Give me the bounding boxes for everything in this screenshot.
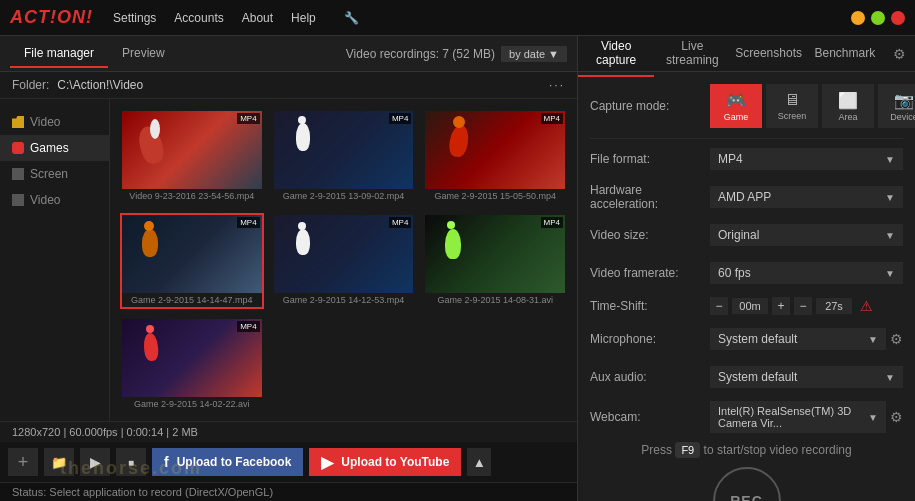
webcam-label: Webcam: [590, 410, 710, 424]
capture-device-button[interactable]: 📷 Device [878, 84, 915, 128]
timeshift-alert-icon[interactable]: ⚠ [860, 298, 873, 314]
webcam-dropdown[interactable]: Intel(R) RealSense(TM) 3D Camera Vir... … [710, 401, 886, 433]
microphone-dropdown[interactable]: System default ▼ [710, 328, 886, 350]
tab-screenshots[interactable]: Screenshots [731, 38, 807, 70]
video-framerate-row: Video framerate: 60 fps ▼ [590, 259, 903, 287]
webcam-value: Intel(R) RealSense(TM) 3D Camera Vir... [718, 405, 868, 429]
video-thumb-1[interactable]: MP4 Game 2-9-2015 13-09-02.mp4 [272, 109, 416, 205]
microphone-row: Microphone: System default ▼ ⚙ [590, 325, 903, 353]
thumb-caption-1: Game 2-9-2015 13-09-02.mp4 [274, 189, 414, 203]
thumb-caption-6: Game 2-9-2015 14-02-22.avi [122, 397, 262, 411]
tab-benchmark[interactable]: Benchmark [807, 38, 883, 70]
timeshift-val1: 00m [732, 298, 768, 314]
video-thumb-5[interactable]: MP4 Game 2-9-2015 14-08-31.avi [423, 213, 567, 309]
menu-about[interactable]: About [242, 11, 273, 25]
upload-fb-label: Upload to Facebook [177, 455, 292, 469]
sort-arrow-icon: ▼ [548, 48, 559, 60]
upload-more-button[interactable]: ▲ [467, 448, 491, 476]
thumb-format-5: MP4 [541, 217, 563, 228]
video-thumb-6[interactable]: MP4 Game 2-9-2015 14-02-22.avi [120, 317, 264, 413]
thumb-format-2: MP4 [541, 113, 563, 124]
file-format-label: File format: [590, 152, 710, 166]
close-button[interactable]: × [891, 11, 905, 25]
play-button[interactable]: ▶ [80, 448, 110, 476]
tab-file-manager[interactable]: File manager [10, 40, 108, 68]
thumb-format-1: MP4 [389, 113, 411, 124]
video-thumb-0[interactable]: MP4 Video 9-23-2016 23-54-56.mp4 [120, 109, 264, 205]
file-format-value: MP4 [718, 152, 743, 166]
menu-settings[interactable]: Settings [113, 11, 156, 25]
wrench-icon[interactable]: 🔧 [344, 11, 359, 25]
capture-mode-row: Capture mode: 🎮 Game 🖥 Screen ⬜ Area [590, 84, 903, 128]
file-format-dropdown[interactable]: MP4 ▼ [710, 148, 903, 170]
capture-game-button[interactable]: 🎮 Game [710, 84, 762, 128]
rec-button[interactable]: REC [713, 467, 781, 501]
capture-mode-buttons: 🎮 Game 🖥 Screen ⬜ Area 📷 Device [710, 84, 915, 128]
sidebar-item-games[interactable]: Games [0, 135, 109, 161]
tab-live-streaming[interactable]: Live streaming [654, 31, 730, 77]
add-button[interactable]: + [8, 448, 38, 476]
stop-button[interactable]: ■ [116, 448, 146, 476]
thumb-format-6: MP4 [237, 321, 259, 332]
rec-area: Press F9 to start/stop video recording R… [590, 443, 903, 501]
video-grid: MP4 Video 9-23-2016 23-54-56.mp4 MP4 Gam… [110, 99, 577, 421]
screen-icon [12, 168, 24, 180]
minimize-button[interactable]: – [851, 11, 865, 25]
logo-on: ON [57, 7, 86, 27]
webcam-arrow-icon: ▼ [868, 412, 878, 423]
hw-accel-label: Hardware acceleration: [590, 183, 710, 211]
tab-preview[interactable]: Preview [108, 40, 179, 68]
timeshift-minus1-button[interactable]: − [710, 297, 728, 315]
video-size-label: Video size: [590, 228, 710, 242]
timeshift-plus-button[interactable]: + [772, 297, 790, 315]
menu-help[interactable]: Help [291, 11, 316, 25]
video-size-dropdown[interactable]: Original ▼ [710, 224, 903, 246]
microphone-settings-icon[interactable]: ⚙ [890, 331, 903, 347]
thumb-caption-0: Video 9-23-2016 23-54-56.mp4 [122, 189, 262, 203]
capture-area-label: Area [838, 112, 857, 122]
capture-area-button[interactable]: ⬜ Area [822, 84, 874, 128]
folder-label: Folder: [12, 78, 49, 92]
menu-accounts[interactable]: Accounts [174, 11, 223, 25]
sidebar-item-screen[interactable]: Screen [0, 161, 109, 187]
maximize-button[interactable]: □ [871, 11, 885, 25]
folder-bar: Folder: C:\Action!\Video ··· [0, 72, 577, 99]
folder-path: C:\Action!\Video [57, 78, 143, 92]
controller-icon [12, 142, 24, 154]
game-icon: 🎮 [726, 91, 746, 110]
video-thumb-4[interactable]: MP4 Game 2-9-2015 14-12-53.mp4 [272, 213, 416, 309]
hw-accel-dropdown[interactable]: AMD APP ▼ [710, 186, 903, 208]
aux-dropdown[interactable]: System default ▼ [710, 366, 903, 388]
video-thumb-2[interactable]: MP4 Game 2-9-2015 15-05-50.mp4 [423, 109, 567, 205]
right-panel: Video capture Live streaming Screenshots… [578, 36, 915, 501]
hw-accel-row: Hardware acceleration: AMD APP ▼ [590, 183, 903, 211]
folder-options-button[interactable]: ··· [549, 78, 565, 92]
sidebar-item-video[interactable]: Video [0, 109, 109, 135]
timeshift-minus2-button[interactable]: − [794, 297, 812, 315]
webcam-settings-icon[interactable]: ⚙ [890, 409, 903, 425]
webcam-row: Webcam: Intel(R) RealSense(TM) 3D Camera… [590, 401, 903, 433]
upload-facebook-button[interactable]: f Upload to Facebook [152, 448, 303, 476]
capture-game-label: Game [724, 112, 749, 122]
tab-video-capture[interactable]: Video capture [578, 31, 654, 77]
sidebar-item-video2[interactable]: Video [0, 187, 109, 213]
video-framerate-dropdown[interactable]: 60 fps ▼ [710, 262, 903, 284]
right-settings-button[interactable]: ⚙ [883, 36, 915, 72]
open-folder-button[interactable]: 📁 [44, 448, 74, 476]
framerate-arrow-icon: ▼ [885, 268, 895, 279]
video-size-arrow-icon: ▼ [885, 230, 895, 241]
video-size-row: Video size: Original ▼ [590, 221, 903, 249]
capture-screen-button[interactable]: 🖥 Screen [766, 84, 818, 128]
thumb-caption-2: Game 2-9-2015 15-05-50.mp4 [425, 189, 565, 203]
upload-youtube-button[interactable]: ▶ Upload to YouTube [309, 448, 461, 476]
sort-button[interactable]: by date ▼ [501, 46, 567, 62]
mic-arrow-icon: ▼ [868, 334, 878, 345]
content-area: Video Games Screen Video [0, 99, 577, 421]
video-thumb-3[interactable]: MP4 Game 2-9-2015 14-14-47.mp4 [120, 213, 264, 309]
capture-device-label: Device [890, 112, 915, 122]
device-icon: 📷 [894, 91, 914, 110]
right-content: Capture mode: 🎮 Game 🖥 Screen ⬜ Area [578, 72, 915, 501]
upload-yt-label: Upload to YouTube [341, 455, 449, 469]
app-logo: ACT!ON! [10, 7, 93, 28]
video-framerate-value: 60 fps [718, 266, 751, 280]
